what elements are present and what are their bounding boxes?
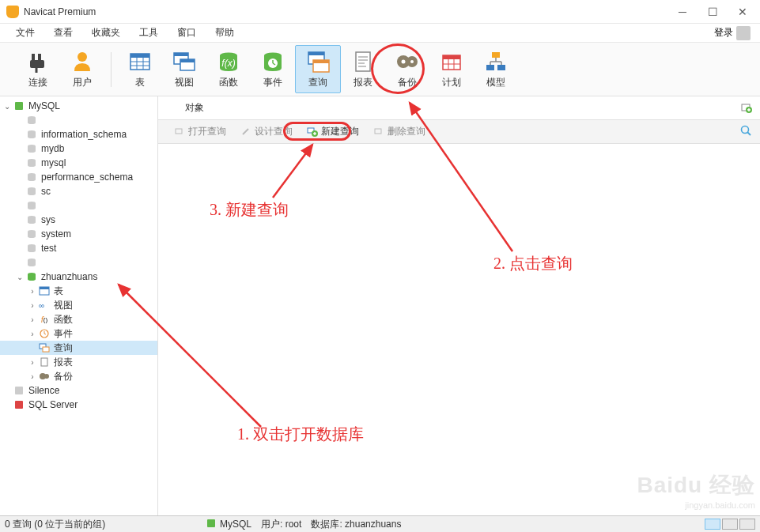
svg-rect-65 bbox=[43, 347, 49, 352]
tool-label: 表 bbox=[135, 76, 145, 89]
tool-model[interactable]: 模型 bbox=[474, 46, 518, 92]
database-icon bbox=[25, 214, 38, 225]
view-icon: ∞ bbox=[38, 300, 51, 311]
content-canvas bbox=[158, 144, 760, 515]
connection-tree[interactable]: ⌄ MySQL information_schema mydb mysql pe… bbox=[0, 96, 158, 515]
tool-table[interactable]: 表 bbox=[118, 46, 162, 92]
backup-icon bbox=[38, 371, 51, 382]
tree-database-active[interactable]: ⌄zhuanzhuans bbox=[0, 270, 157, 284]
tree-label: mydb bbox=[41, 143, 64, 154]
search-button[interactable] bbox=[739, 124, 752, 139]
tool-label: 事件 bbox=[263, 76, 282, 89]
tree-database[interactable]: system bbox=[0, 227, 157, 241]
menu-view[interactable]: 查看 bbox=[44, 24, 82, 42]
tool-user[interactable]: 用户 bbox=[60, 46, 104, 92]
tree-label: system bbox=[41, 228, 71, 240]
tree-database[interactable]: information_schema bbox=[0, 127, 157, 141]
svg-rect-39 bbox=[486, 65, 494, 70]
menu-tools[interactable]: 工具 bbox=[130, 24, 168, 42]
tool-function[interactable]: f(x) 函数 bbox=[206, 46, 251, 92]
tool-label: 视图 bbox=[175, 76, 194, 89]
tree-label: 查询 bbox=[54, 341, 73, 355]
view-grid-button[interactable] bbox=[739, 519, 755, 530]
tree-database[interactable]: mysql bbox=[0, 156, 157, 170]
function-icon: f(x) bbox=[216, 49, 241, 74]
svg-rect-66 bbox=[41, 358, 47, 366]
add-tab-button[interactable] bbox=[739, 101, 754, 115]
database-icon bbox=[25, 257, 38, 268]
collapse-icon[interactable]: ⌄ bbox=[14, 273, 25, 281]
tree-reports[interactable]: ›报表 bbox=[0, 355, 157, 369]
tree-label: performance_schema bbox=[41, 172, 133, 183]
expand-icon[interactable]: › bbox=[27, 301, 38, 310]
tool-query[interactable]: 查询 bbox=[295, 45, 341, 93]
action-delete-query[interactable]: 删除查询 bbox=[369, 123, 430, 141]
tree-database[interactable] bbox=[0, 198, 157, 213]
expand-icon[interactable]: › bbox=[27, 287, 38, 296]
database-icon bbox=[25, 186, 38, 197]
database-icon bbox=[25, 143, 38, 154]
tree-database[interactable]: sc bbox=[0, 184, 157, 198]
menu-file[interactable]: 文件 bbox=[6, 24, 44, 42]
watermark-logo: Baidu 经验 bbox=[637, 470, 755, 500]
tree-connection-sqlserver[interactable]: SQL Server bbox=[0, 398, 157, 412]
tool-report[interactable]: 报表 bbox=[341, 46, 385, 92]
user-icon bbox=[70, 49, 95, 74]
tree-database[interactable]: performance_schema bbox=[0, 170, 157, 184]
tree-label: 备份 bbox=[54, 370, 73, 383]
action-open-query[interactable]: 打开查询 bbox=[169, 123, 231, 141]
tree-views[interactable]: ›∞视图 bbox=[0, 298, 157, 312]
database-icon bbox=[25, 228, 38, 240]
maximize-button[interactable]: ☐ bbox=[705, 4, 720, 20]
tool-view[interactable]: 视图 bbox=[162, 46, 206, 92]
expand-icon[interactable]: › bbox=[27, 358, 38, 367]
report-icon bbox=[38, 357, 51, 368]
tab-objects[interactable]: 对象 bbox=[172, 96, 217, 119]
tree-connection-silence[interactable]: Silence bbox=[0, 383, 157, 398]
tree-tables[interactable]: ›表 bbox=[0, 284, 157, 298]
action-new-query[interactable]: 新建查询 bbox=[302, 123, 364, 141]
collapse-icon[interactable]: ⌄ bbox=[2, 102, 13, 111]
tool-label: 连接 bbox=[28, 76, 47, 89]
login-button[interactable]: 登录 bbox=[714, 26, 754, 40]
tree-backups[interactable]: ›备份 bbox=[0, 369, 157, 383]
database-icon bbox=[25, 172, 38, 183]
tree-label: sc bbox=[41, 186, 51, 197]
view-list-button[interactable] bbox=[705, 519, 720, 530]
tree-database[interactable]: sys bbox=[0, 213, 157, 227]
svg-rect-0 bbox=[32, 54, 35, 60]
tool-backup[interactable]: 备份 bbox=[385, 46, 429, 92]
view-detail-button[interactable] bbox=[722, 519, 738, 530]
tree-functions[interactable]: ›f()函数 bbox=[0, 312, 157, 326]
tree-database[interactable]: mydb bbox=[0, 141, 157, 156]
tool-label: 函数 bbox=[219, 76, 238, 89]
view-mode-buttons bbox=[705, 519, 755, 530]
expand-icon[interactable]: › bbox=[27, 372, 38, 381]
tree-database[interactable] bbox=[0, 255, 157, 270]
tree-database[interactable] bbox=[0, 113, 157, 127]
close-button[interactable]: ✕ bbox=[735, 4, 751, 20]
tool-event[interactable]: 事件 bbox=[251, 46, 295, 92]
tree-events[interactable]: ›事件 bbox=[0, 326, 157, 341]
expand-icon[interactable]: › bbox=[27, 330, 38, 338]
tool-connect[interactable]: 连接 bbox=[16, 46, 60, 92]
svg-text:f(x): f(x) bbox=[221, 58, 235, 69]
tab-bar: 对象 bbox=[158, 96, 760, 120]
menu-favorites[interactable]: 收藏夹 bbox=[82, 24, 130, 42]
database-icon bbox=[25, 115, 38, 126]
database-icon bbox=[25, 200, 38, 211]
model-icon bbox=[483, 49, 509, 74]
tree-database[interactable]: test bbox=[0, 241, 157, 255]
tool-schedule[interactable]: 计划 bbox=[429, 46, 474, 92]
svg-rect-21 bbox=[308, 52, 324, 55]
tree-queries[interactable]: 查询 bbox=[0, 341, 157, 355]
minimize-button[interactable]: ─ bbox=[675, 4, 690, 20]
expand-icon[interactable]: › bbox=[27, 315, 38, 324]
tree-connection-mysql[interactable]: ⌄ MySQL bbox=[0, 99, 157, 113]
tree-label: 报表 bbox=[54, 356, 73, 369]
database-icon bbox=[25, 129, 38, 140]
action-design-query[interactable]: 设计查询 bbox=[236, 123, 297, 141]
tree-label: sys bbox=[41, 214, 55, 225]
menu-window[interactable]: 窗口 bbox=[168, 24, 206, 42]
menu-help[interactable]: 帮助 bbox=[206, 24, 244, 42]
